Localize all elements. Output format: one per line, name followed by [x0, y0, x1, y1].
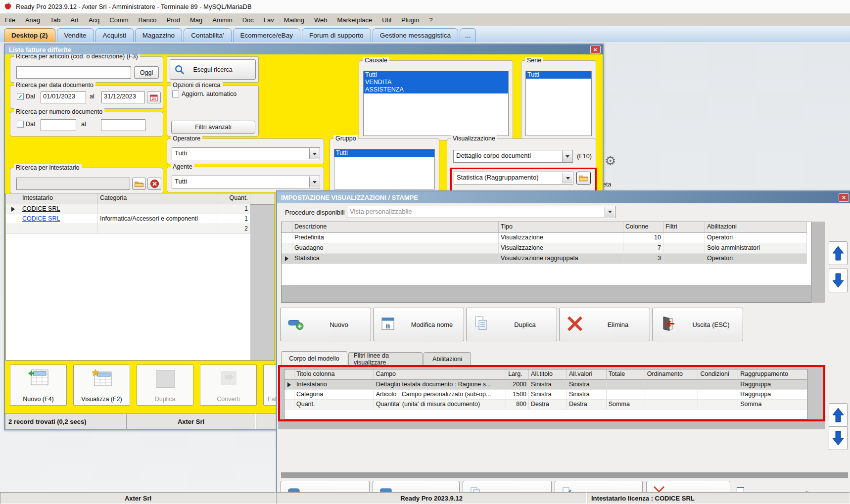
model-col-totale[interactable]: Totale — [607, 369, 645, 380]
model-col-condizioni[interactable]: Condizioni — [698, 369, 738, 380]
calendar-button[interactable]: 24 — [147, 92, 161, 103]
menu-acq[interactable]: Acq — [84, 16, 104, 24]
table-row[interactable]: Categoria Articolo : Campo personalizzat… — [284, 390, 807, 400]
views-col-descrizione[interactable]: Descrizione — [292, 222, 499, 233]
number-dal-checkbox[interactable]: ✓ — [17, 121, 24, 128]
gruppo-listbox[interactable]: Tutti — [334, 149, 435, 189]
serie-listbox[interactable]: Tutti — [525, 71, 592, 136]
cell-intestatario-link[interactable]: CODICE SRL — [20, 214, 98, 224]
views-col-tipo[interactable]: Tipo — [499, 222, 623, 233]
causale-item[interactable]: VENDITA — [364, 79, 508, 86]
dialog-close-icon[interactable]: ✕ — [839, 193, 849, 202]
operator-combobox[interactable]: Tutti — [172, 147, 320, 160]
menu-plugin[interactable]: Plugin — [396, 16, 424, 24]
date-dal-checkbox[interactable]: ✓ — [17, 93, 24, 100]
cell-intestatario[interactable]: CODICE SRL — [20, 204, 98, 214]
results-col-quant[interactable]: Quant. — [218, 193, 250, 204]
menu-tab[interactable]: Tab — [45, 16, 65, 24]
date-to-input[interactable]: 31/12/2023 — [101, 92, 145, 103]
menu-art[interactable]: Art — [65, 16, 84, 24]
tab-abilitazioni[interactable]: Abilitazioni — [424, 352, 471, 365]
modifica-nome-button[interactable]: n Modifica nome — [373, 308, 464, 341]
table-row[interactable]: Statistica Visualizzazione raggruppata 3… — [282, 254, 811, 264]
duplicate-document-button[interactable]: Duplica — [137, 365, 193, 406]
table-row[interactable]: Predefinita Visualizzazione 10 Operatori — [282, 233, 811, 243]
model-col-larg[interactable]: Larg. — [506, 369, 529, 380]
execute-search-button[interactable]: Esegui ricerca — [170, 59, 256, 80]
operator-dropdown-icon[interactable] — [309, 148, 319, 159]
table-row[interactable]: CODICE SRL 1 — [6, 204, 275, 214]
model-col-ordinamento[interactable]: Ordinamento — [645, 369, 699, 380]
tab-magazzino[interactable]: Magazzino — [135, 28, 182, 42]
model-col-alltitolo[interactable]: All.titolo — [529, 369, 567, 380]
results-col-categoria[interactable]: Categoria — [98, 193, 218, 204]
statistica-combobox[interactable]: Statistica (Raggruppamento) — [454, 172, 573, 184]
table-row[interactable]: Guadagno Visualizzazione 7 Solo amminist… — [282, 243, 811, 254]
tab-corpo-del-modello[interactable]: Corpo del modello — [281, 351, 347, 365]
menu-banco[interactable]: Banco — [134, 16, 162, 24]
views-col-colonne[interactable]: Colonne — [623, 222, 663, 233]
move-up-button[interactable] — [829, 241, 848, 265]
table-row[interactable]: Quant. Quantita' (unita' di misura docum… — [284, 400, 807, 410]
menu-ammin[interactable]: Ammin — [207, 16, 237, 24]
menu-doc[interactable]: Doc — [237, 16, 259, 24]
model-col-raggruppamento[interactable]: Raggruppamento — [738, 369, 807, 380]
agent-dropdown-icon[interactable] — [309, 177, 319, 187]
results-col-intestatario[interactable]: Intestatario — [20, 193, 98, 204]
list-window-close-icon[interactable]: ✕ — [590, 46, 601, 54]
causale-listbox[interactable]: Tutti VENDITA ASSISTENZA — [363, 71, 509, 136]
view-detail-combobox[interactable]: Dettaglio corpo documenti — [453, 150, 573, 163]
new-document-button[interactable]: Nuovo (F4) — [10, 365, 67, 406]
move-down-button[interactable] — [829, 269, 848, 292]
views-col-abilitazioni[interactable]: Abilitazioni — [705, 222, 807, 233]
tab-acquisti[interactable]: Acquisti — [95, 28, 134, 42]
model-col-titolo[interactable]: Titolo colonna — [294, 369, 374, 380]
number-to-input[interactable] — [101, 119, 145, 131]
convert-document-button[interactable]: Converti — [200, 365, 257, 406]
holder-folder-button[interactable] — [132, 178, 146, 190]
serie-item[interactable]: Tutti — [526, 71, 591, 79]
date-from-input[interactable]: 01/01/2023 — [41, 92, 86, 103]
tab-ecommerce[interactable]: Ecommerce/eBay — [233, 28, 301, 42]
agent-combobox[interactable]: Tutti — [172, 176, 320, 188]
statistica-dropdown-icon[interactable] — [563, 173, 572, 183]
menu-help[interactable]: ? — [424, 16, 437, 24]
menu-util[interactable]: Util — [377, 16, 396, 24]
article-search-input[interactable] — [16, 66, 131, 79]
uscita-button[interactable]: Uscita (ESC) — [652, 308, 743, 341]
menu-mailing[interactable]: Mailing — [279, 16, 309, 24]
model-col-campo[interactable]: Campo — [374, 369, 506, 380]
menu-marketplace[interactable]: Marketplace — [332, 16, 377, 24]
menu-prod[interactable]: Prod — [161, 16, 185, 24]
model-move-up-button[interactable] — [829, 403, 848, 427]
holder-search-input[interactable] — [16, 178, 130, 190]
table-row[interactable]: 2 — [6, 224, 275, 234]
tab-overflow[interactable]: ... — [460, 28, 476, 42]
menu-mag[interactable]: Mag — [185, 16, 207, 24]
tab-forum[interactable]: Forum di supporto — [302, 28, 371, 42]
elimina-button[interactable]: Elimina — [559, 308, 650, 341]
table-row[interactable]: CODICE SRL Informatica/Accessori e compo… — [6, 214, 275, 224]
view-detail-dropdown-icon[interactable] — [562, 151, 572, 162]
oggi-button[interactable]: Oggi — [134, 66, 159, 79]
procedures-combobox[interactable]: Vista personalizzabile — [347, 206, 615, 218]
tab-filtri-linee[interactable]: Filtri linee da visualizzare — [348, 352, 423, 365]
menu-comm[interactable]: Comm — [104, 16, 133, 24]
causale-item[interactable]: ASSISTENZA — [364, 86, 508, 93]
gear-icon[interactable]: ⚙ — [605, 153, 616, 169]
dialog-titlebar[interactable]: IMPOSTAZIONE VISUALIZZAZIONI / STAMPE ✕ — [277, 191, 850, 203]
model-col-allvalori[interactable]: All.valori — [567, 369, 607, 380]
tab-desktop[interactable]: Desktop (2) — [4, 28, 55, 42]
list-window-titlebar[interactable]: Lista fatture differite ✕ — [5, 45, 603, 54]
auto-update-checkbox[interactable]: ✓ — [172, 91, 179, 97]
duplica-button[interactable]: Duplica — [466, 308, 557, 341]
menu-lav[interactable]: Lav — [259, 16, 279, 24]
model-move-down-button[interactable] — [829, 426, 848, 450]
menu-anag[interactable]: Anag — [20, 16, 45, 24]
tab-contabilita[interactable]: Contabilita' — [184, 28, 231, 42]
menu-web[interactable]: Web — [309, 16, 332, 24]
view-document-button[interactable]: Visualizza (F2) — [73, 365, 130, 406]
gruppo-item[interactable]: Tutti — [334, 149, 434, 157]
tab-messaggistica[interactable]: Gestione messaggistica — [373, 28, 458, 42]
holder-clear-button[interactable] — [147, 178, 161, 190]
